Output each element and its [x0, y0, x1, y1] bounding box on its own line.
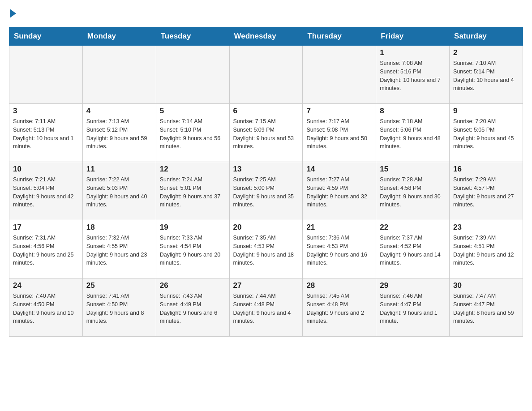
calendar-cell: 2Sunrise: 7:10 AM Sunset: 5:14 PM Daylig…	[450, 46, 523, 104]
day-info: Sunrise: 7:15 AM Sunset: 5:09 PM Dayligh…	[233, 117, 299, 151]
page-header	[9, 9, 523, 18]
calendar-cell: 5Sunrise: 7:14 AM Sunset: 5:10 PM Daylig…	[156, 104, 229, 162]
column-header-sunday: Sunday	[9, 27, 83, 46]
calendar-week-row: 1Sunrise: 7:08 AM Sunset: 5:16 PM Daylig…	[9, 46, 523, 104]
calendar-cell	[229, 46, 303, 104]
day-number: 2	[453, 48, 519, 57]
day-number: 24	[13, 281, 79, 290]
day-number: 1	[380, 48, 446, 57]
calendar-cell: 4Sunrise: 7:13 AM Sunset: 5:12 PM Daylig…	[82, 104, 156, 162]
day-info: Sunrise: 7:21 AM Sunset: 5:04 PM Dayligh…	[13, 176, 79, 209]
day-number: 16	[453, 165, 519, 174]
calendar-cell	[82, 46, 156, 104]
day-info: Sunrise: 7:33 AM Sunset: 4:54 PM Dayligh…	[160, 234, 226, 267]
calendar-cell: 12Sunrise: 7:24 AM Sunset: 5:01 PM Dayli…	[156, 162, 229, 220]
day-info: Sunrise: 7:43 AM Sunset: 4:49 PM Dayligh…	[160, 292, 226, 325]
calendar-cell: 6Sunrise: 7:15 AM Sunset: 5:09 PM Daylig…	[229, 104, 303, 162]
day-info: Sunrise: 7:18 AM Sunset: 5:06 PM Dayligh…	[380, 117, 446, 151]
calendar-cell: 30Sunrise: 7:47 AM Sunset: 4:47 PM Dayli…	[450, 278, 523, 337]
day-number: 25	[86, 281, 152, 290]
day-number: 14	[306, 165, 372, 174]
column-header-thursday: Thursday	[303, 27, 376, 46]
calendar-header-row: SundayMondayTuesdayWednesdayThursdayFrid…	[9, 27, 523, 46]
day-info: Sunrise: 7:36 AM Sunset: 4:53 PM Dayligh…	[306, 234, 372, 267]
calendar-cell	[303, 46, 376, 104]
day-number: 7	[306, 107, 372, 116]
day-info: Sunrise: 7:22 AM Sunset: 5:03 PM Dayligh…	[86, 176, 152, 209]
calendar-cell: 8Sunrise: 7:18 AM Sunset: 5:06 PM Daylig…	[376, 104, 450, 162]
logo	[9, 9, 17, 18]
day-number: 6	[233, 107, 299, 116]
day-info: Sunrise: 7:45 AM Sunset: 4:48 PM Dayligh…	[306, 292, 372, 325]
day-number: 22	[380, 223, 446, 232]
day-number: 17	[13, 223, 79, 232]
day-number: 19	[160, 223, 226, 232]
column-header-tuesday: Tuesday	[156, 27, 229, 46]
day-number: 21	[306, 223, 372, 232]
calendar-cell: 20Sunrise: 7:35 AM Sunset: 4:53 PM Dayli…	[229, 220, 303, 278]
day-number: 28	[306, 281, 372, 290]
day-number: 5	[160, 107, 226, 116]
calendar-cell: 1Sunrise: 7:08 AM Sunset: 5:16 PM Daylig…	[376, 46, 450, 104]
calendar-cell	[9, 46, 83, 104]
calendar-cell: 23Sunrise: 7:39 AM Sunset: 4:51 PM Dayli…	[450, 220, 523, 278]
day-info: Sunrise: 7:47 AM Sunset: 4:47 PM Dayligh…	[453, 292, 519, 325]
column-header-saturday: Saturday	[450, 27, 523, 46]
calendar-cell: 19Sunrise: 7:33 AM Sunset: 4:54 PM Dayli…	[156, 220, 229, 278]
calendar-cell: 18Sunrise: 7:32 AM Sunset: 4:55 PM Dayli…	[82, 220, 156, 278]
calendar-cell: 27Sunrise: 7:44 AM Sunset: 4:48 PM Dayli…	[229, 278, 303, 337]
day-info: Sunrise: 7:39 AM Sunset: 4:51 PM Dayligh…	[453, 234, 519, 267]
logo-arrow-icon	[10, 9, 16, 18]
day-number: 30	[453, 281, 519, 290]
day-info: Sunrise: 7:37 AM Sunset: 4:52 PM Dayligh…	[380, 234, 446, 267]
day-number: 9	[453, 107, 519, 116]
day-info: Sunrise: 7:10 AM Sunset: 5:14 PM Dayligh…	[453, 59, 519, 93]
day-info: Sunrise: 7:13 AM Sunset: 5:12 PM Dayligh…	[86, 117, 152, 151]
day-info: Sunrise: 7:32 AM Sunset: 4:55 PM Dayligh…	[86, 234, 152, 267]
day-number: 20	[233, 223, 299, 232]
column-header-wednesday: Wednesday	[229, 27, 303, 46]
day-info: Sunrise: 7:28 AM Sunset: 4:58 PM Dayligh…	[380, 176, 446, 209]
calendar-cell: 17Sunrise: 7:31 AM Sunset: 4:56 PM Dayli…	[9, 220, 83, 278]
calendar-table: SundayMondayTuesdayWednesdayThursdayFrid…	[9, 27, 523, 337]
day-number: 23	[453, 223, 519, 232]
calendar-cell: 25Sunrise: 7:41 AM Sunset: 4:50 PM Dayli…	[82, 278, 156, 337]
calendar-cell: 11Sunrise: 7:22 AM Sunset: 5:03 PM Dayli…	[82, 162, 156, 220]
calendar-cell: 24Sunrise: 7:40 AM Sunset: 4:50 PM Dayli…	[9, 278, 83, 337]
calendar-cell: 16Sunrise: 7:29 AM Sunset: 4:57 PM Dayli…	[450, 162, 523, 220]
day-info: Sunrise: 7:25 AM Sunset: 5:00 PM Dayligh…	[233, 176, 299, 209]
calendar-week-row: 17Sunrise: 7:31 AM Sunset: 4:56 PM Dayli…	[9, 220, 523, 278]
column-header-monday: Monday	[82, 27, 156, 46]
day-info: Sunrise: 7:20 AM Sunset: 5:05 PM Dayligh…	[453, 117, 519, 151]
calendar-week-row: 10Sunrise: 7:21 AM Sunset: 5:04 PM Dayli…	[9, 162, 523, 220]
day-number: 11	[86, 165, 152, 174]
calendar-cell: 28Sunrise: 7:45 AM Sunset: 4:48 PM Dayli…	[303, 278, 376, 337]
day-info: Sunrise: 7:17 AM Sunset: 5:08 PM Dayligh…	[306, 117, 372, 151]
day-number: 3	[13, 107, 79, 116]
calendar-cell	[156, 46, 229, 104]
day-number: 27	[233, 281, 299, 290]
day-number: 13	[233, 165, 299, 174]
calendar-cell: 10Sunrise: 7:21 AM Sunset: 5:04 PM Dayli…	[9, 162, 83, 220]
day-info: Sunrise: 7:35 AM Sunset: 4:53 PM Dayligh…	[233, 234, 299, 267]
day-number: 26	[160, 281, 226, 290]
day-number: 29	[380, 281, 446, 290]
day-number: 8	[380, 107, 446, 116]
calendar-cell: 7Sunrise: 7:17 AM Sunset: 5:08 PM Daylig…	[303, 104, 376, 162]
day-info: Sunrise: 7:08 AM Sunset: 5:16 PM Dayligh…	[380, 59, 446, 93]
day-info: Sunrise: 7:44 AM Sunset: 4:48 PM Dayligh…	[233, 292, 299, 325]
day-info: Sunrise: 7:27 AM Sunset: 4:59 PM Dayligh…	[306, 176, 372, 209]
calendar-cell: 21Sunrise: 7:36 AM Sunset: 4:53 PM Dayli…	[303, 220, 376, 278]
day-number: 12	[160, 165, 226, 174]
column-header-friday: Friday	[376, 27, 450, 46]
calendar-cell: 14Sunrise: 7:27 AM Sunset: 4:59 PM Dayli…	[303, 162, 376, 220]
logo-blue-text	[9, 9, 17, 18]
calendar-cell: 9Sunrise: 7:20 AM Sunset: 5:05 PM Daylig…	[450, 104, 523, 162]
calendar-cell: 13Sunrise: 7:25 AM Sunset: 5:00 PM Dayli…	[229, 162, 303, 220]
calendar-week-row: 3Sunrise: 7:11 AM Sunset: 5:13 PM Daylig…	[9, 104, 523, 162]
day-number: 18	[86, 223, 152, 232]
day-info: Sunrise: 7:31 AM Sunset: 4:56 PM Dayligh…	[13, 234, 79, 267]
day-info: Sunrise: 7:40 AM Sunset: 4:50 PM Dayligh…	[13, 292, 79, 325]
day-number: 10	[13, 165, 79, 174]
day-info: Sunrise: 7:46 AM Sunset: 4:47 PM Dayligh…	[380, 292, 446, 325]
